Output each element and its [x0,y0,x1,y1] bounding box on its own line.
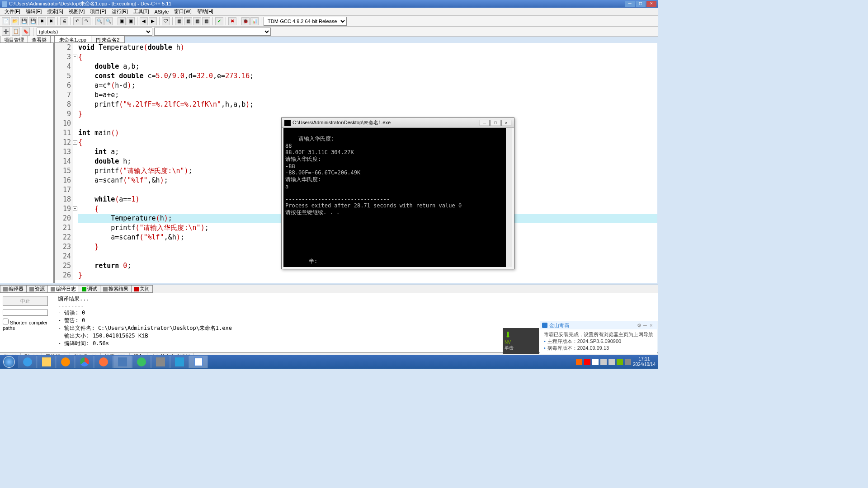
notif-close-icon[interactable]: × [650,323,655,328]
console-close[interactable]: × [501,120,511,126]
newproj-icon[interactable]: ➕ [2,28,10,36]
sidetab-class[interactable]: 查看类 [28,36,51,43]
stop-icon[interactable]: ✖ [228,17,236,25]
task-ie[interactable] [19,356,37,368]
console-icon [194,357,203,366]
bookmark-icon[interactable]: ▣ [127,17,135,25]
btab-debug[interactable]: 调试 [79,285,100,293]
menu-help[interactable]: 帮助[H] [194,8,216,15]
btab-compiler[interactable]: 编译器 [0,285,27,293]
menu-window[interactable]: 窗口[W] [171,8,194,15]
download-arrow-icon: ⬇ [505,330,537,340]
compiler-select[interactable]: TDM-GCC 4.9.2 64-bit Release [264,17,347,26]
console-title-text: C:\Users\Administrator\Desktop\未命名1.exe [292,119,479,126]
btab-close[interactable]: 关闭 [131,285,153,293]
shorten-paths-checkbox[interactable]: Shorten compiler paths [3,319,51,331]
open-icon[interactable]: 📂 [11,17,19,25]
console-titlebar[interactable]: C:\Users\Administrator\Desktop\未命名1.exe … [282,118,514,128]
minimize-button[interactable]: ─ [625,1,635,7]
menu-view[interactable]: 视图[V] [66,8,87,15]
saveall-icon[interactable]: 💾 [29,17,37,25]
task-chrome[interactable] [75,356,94,368]
insert-icon[interactable]: 📋 [12,28,20,36]
ime-indicator: 半: [309,258,317,265]
tray-volume-icon[interactable] [600,359,607,365]
closeall-icon[interactable]: ✖ [47,17,55,25]
menu-tools[interactable]: 工具[T] [131,8,152,15]
antivirus-notification[interactable]: 金山毒霸 ⚙ ─ × 毒霸已安装完成，设置所有浏览器主页为上网导航 •主程序版本… [540,321,657,354]
search-icon [103,287,108,291]
task-firefox[interactable] [94,356,113,368]
undo-icon[interactable]: ↶ [73,17,81,25]
fold-toggle-icon[interactable]: − [73,140,77,145]
task-app2[interactable] [151,356,170,368]
maximize-button[interactable]: □ [636,1,646,7]
task-console[interactable] [189,356,208,368]
start-button[interactable] [0,355,18,369]
window-title: C:\Users\Administrator\Desktop\未命名1.cpp … [9,0,624,7]
close-icon[interactable]: ✖ [38,17,46,25]
replace-icon[interactable]: 🔍 [104,17,113,25]
forward-icon[interactable]: ▶ [149,17,157,25]
editor-tab-1[interactable]: 未命名1.cpp [54,36,91,43]
task-app1[interactable] [132,356,151,368]
editor-tab-2[interactable]: [*] 未命名2 [91,36,125,43]
btab-search[interactable]: 搜索结果 [100,285,132,293]
redo-icon[interactable]: ↷ [82,17,90,25]
menu-run[interactable]: 运行[R] [109,8,131,15]
check-icon[interactable]: ✔ [215,17,223,25]
notif-settings-icon[interactable]: ⚙ [637,323,642,328]
profile-icon[interactable]: 📊 [250,17,259,25]
print-icon[interactable]: 🖨 [60,17,68,25]
task-app3[interactable] [170,356,189,368]
tray-icon-1[interactable] [576,359,582,365]
tray-icon-2[interactable] [584,359,590,365]
windows-orb-icon [3,356,15,368]
menu-project[interactable]: 项目[P] [87,8,108,15]
console-maximize[interactable]: □ [491,120,500,126]
fold-toggle-icon[interactable]: − [73,206,77,211]
menu-file[interactable]: 文件[F] [2,8,23,15]
check-icon [82,287,86,291]
new-icon[interactable]: 📄 [2,17,10,25]
notif-min-icon[interactable]: ─ [643,323,649,328]
back-icon[interactable]: ◀ [140,17,148,25]
tray-nvidia-icon[interactable] [617,359,623,365]
console-output[interactable]: 请输入华氏度: 88 88.00F=31.11C=304.27K 请输入华氏度:… [283,128,512,267]
shield-icon[interactable]: 🛡 [162,17,170,25]
menu-search[interactable]: 搜索[S] [44,8,66,15]
btab-resources[interactable]: 资源 [26,285,48,293]
goto-icon[interactable]: ▣ [118,17,126,25]
bookmark2-icon[interactable]: 🔖 [22,28,30,36]
rebuild-icon[interactable]: ▦ [202,17,210,25]
scope-combo[interactable]: (globals) [37,28,152,36]
tray-network-icon[interactable] [609,359,615,365]
taskbar: 17:11 2024/10/14 [0,355,658,369]
ie-icon [23,357,32,366]
debug-icon[interactable]: 🐞 [241,17,250,25]
btab-log[interactable]: 编译日志 [47,285,79,293]
member-combo[interactable] [154,28,271,36]
menu-astyle[interactable]: AStyle [152,9,172,14]
hash-icon [175,357,184,366]
sidetab-project[interactable]: 项目管理 [0,36,28,43]
task-explorer[interactable] [38,356,56,368]
fold-toggle-icon[interactable]: − [73,55,77,59]
nvidia-peek[interactable]: ⬇ NV 单击 [503,328,539,354]
task-media[interactable] [57,356,75,368]
console-window[interactable]: C:\Users\Administrator\Desktop\未命名1.exe … [281,117,514,269]
console-minimize[interactable]: ─ [480,120,490,126]
tray-misc-icon[interactable] [625,359,631,365]
close-button[interactable]: × [646,1,656,7]
run-icon[interactable]: ▦ [184,17,192,25]
console-scrollbar[interactable] [506,128,512,267]
menu-edit[interactable]: 编辑[E] [23,8,44,15]
stop-button[interactable]: 中止 [3,296,48,306]
save-icon[interactable]: 💾 [20,17,28,25]
find-icon[interactable]: 🔍 [95,17,104,25]
compilerun-icon[interactable]: ▦ [193,17,201,25]
clock[interactable]: 17:11 2024/10/14 [633,357,656,367]
compile-icon[interactable]: ▦ [175,17,183,25]
task-devcpp[interactable] [113,356,132,368]
tray-flag-icon[interactable] [592,359,599,365]
